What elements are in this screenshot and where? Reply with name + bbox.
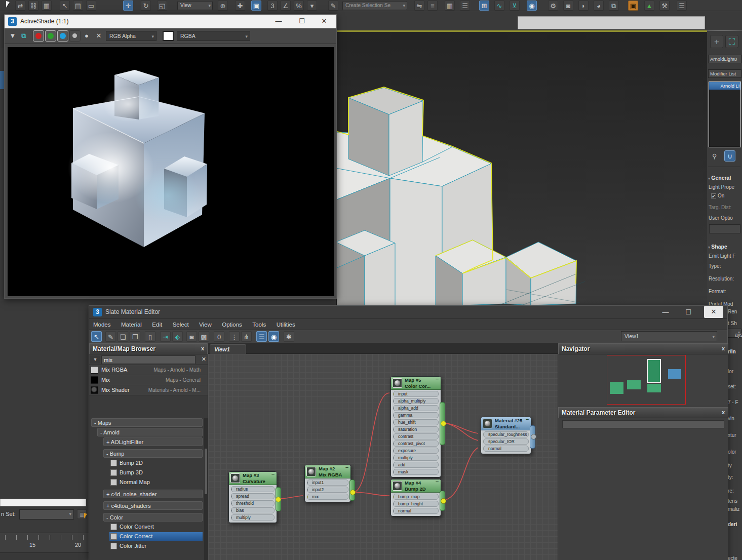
port-bias[interactable]: bias — [231, 507, 275, 513]
port-saturation[interactable]: saturation — [393, 426, 439, 432]
bind-spacewarp-icon[interactable]: ▦ — [42, 1, 52, 11]
port-multiply[interactable]: multiply — [231, 514, 275, 521]
rendered-frame-window-icon[interactable]: ◙ — [563, 1, 573, 11]
input-socket[interactable] — [393, 509, 394, 513]
port-input1[interactable]: input1 — [307, 479, 348, 486]
close-icon[interactable]: x — [722, 345, 725, 351]
select-object-icon[interactable]: ↖ — [60, 1, 70, 11]
menu-tools[interactable]: Tools — [252, 319, 266, 330]
navigator-view-rect[interactable] — [607, 355, 686, 405]
rotate-icon[interactable]: ↻ — [141, 1, 151, 11]
tree-group-arnold[interactable]: - Arnold — [97, 428, 203, 436]
hide-unused-slots-icon[interactable]: ⬖ — [172, 331, 183, 342]
node-header[interactable]: Material #25 Standard... – — [481, 417, 531, 430]
port-multiply[interactable]: multiply — [393, 455, 439, 461]
mirror-icon[interactable]: ⇋ — [414, 1, 424, 11]
menu-modes[interactable]: Modes — [93, 319, 111, 330]
channel-display-dropdown[interactable]: RGB Alpha — [106, 31, 157, 41]
tree-group-bump[interactable]: - Bump — [103, 449, 203, 458]
render-preview-icon[interactable]: ✱ — [284, 331, 294, 342]
port-alpha-multiply[interactable]: alpha_multiply — [393, 398, 439, 404]
reference-coordinate-dropdown[interactable]: View — [177, 1, 213, 10]
input-socket[interactable] — [307, 481, 308, 485]
navigator-body[interactable] — [558, 354, 728, 405]
render-iterative-icon[interactable]: ◕ — [594, 1, 604, 11]
rgba-dropdown[interactable]: RGBA — [177, 31, 250, 41]
node-map3-curvature[interactable]: Map #3 Curvature – radius spread thresho… — [228, 471, 277, 523]
user-options-input[interactable] — [709, 224, 740, 233]
scrollbar-thumb[interactable] — [205, 449, 207, 494]
viewport-perspective[interactable] — [336, 30, 707, 305]
ab-render-icon[interactable]: ⧉ — [609, 1, 619, 11]
tree-item-color-correct-selected[interactable]: Color Correct — [109, 532, 203, 541]
menu-utilities[interactable]: Utilities — [277, 319, 295, 330]
node-map2-mixrgba[interactable]: Map #2 Mix RGBA – input1 input2 mix — [304, 465, 351, 502]
minimize-button[interactable]: — — [267, 15, 290, 28]
select-link-icon[interactable]: ⇄ — [15, 1, 25, 11]
render-setup-icon[interactable]: ⚙ — [548, 1, 558, 11]
input-socket[interactable] — [393, 463, 394, 467]
material-by-object-icon[interactable]: ☰ — [256, 331, 267, 342]
close-icon[interactable]: x — [722, 409, 725, 415]
input-socket[interactable] — [393, 420, 394, 425]
node-map5-colorcorrect[interactable]: Map #5 Color Cor... – input alpha_multip… — [390, 376, 441, 477]
close-button[interactable]: ✕ — [704, 306, 723, 318]
slate-titlebar[interactable]: 3 Slate Material Editor — ☐ ✕ — [89, 306, 727, 319]
input-socket[interactable] — [307, 488, 308, 492]
node-header[interactable]: Map #3 Curvature – — [229, 472, 277, 485]
browser-titlebar[interactable]: Material/Map Browser x — [89, 343, 208, 354]
red-channel-toggle[interactable] — [33, 30, 44, 42]
move-icon[interactable]: ✛ — [123, 1, 133, 11]
tree-item-normalmap[interactable]: Normal Map — [109, 478, 205, 487]
node-map4-bump2d[interactable]: Map #4 Bump 2D – bump_map bump_height no… — [390, 479, 441, 516]
save-image-icon[interactable]: ▼ — [8, 31, 18, 41]
show-end-result-icon[interactable]: ∪ — [724, 150, 735, 162]
edit-named-selection-icon[interactable]: ✎ — [328, 1, 338, 11]
search-result-row[interactable]: Mix Shader Materials - Arnold - M... — [89, 385, 208, 395]
node-canvas[interactable]: Map #3 Curvature – radius spread thresho… — [208, 354, 558, 560]
view-selector-dropdown[interactable]: View1 — [621, 331, 717, 341]
menu-view[interactable]: View — [199, 319, 212, 330]
output-socket[interactable] — [441, 421, 446, 426]
collapse-icon[interactable]: – — [526, 416, 529, 422]
rollout-shape[interactable]: Shape — [708, 244, 727, 250]
put-to-library-icon[interactable]: ❐ — [130, 331, 140, 342]
input-socket[interactable] — [393, 442, 394, 446]
minimize-button[interactable]: — — [654, 306, 677, 319]
search-options-icon[interactable]: ▼ — [90, 355, 100, 364]
background-color-swatch[interactable] — [163, 31, 174, 41]
vertical-align-icon[interactable]: ⋮ — [229, 331, 240, 342]
search-input[interactable] — [101, 355, 196, 364]
input-socket-connected[interactable] — [483, 447, 484, 451]
input-socket[interactable] — [393, 502, 394, 506]
schematic-view-icon[interactable]: ⊻ — [510, 1, 520, 11]
param-editor-titlebar[interactable]: Material Parameter Editor x — [558, 407, 728, 418]
selection-set-dropdown[interactable] — [19, 509, 74, 519]
tree-item-color-jitter[interactable]: Color Jitter — [109, 542, 205, 550]
close-icon[interactable]: x — [201, 345, 204, 351]
monochrome-toggle[interactable]: ● — [82, 31, 92, 41]
port-threshold[interactable]: threshold — [231, 500, 275, 506]
mtl-id-channel-icon[interactable]: 0 — [214, 331, 224, 342]
menu-select[interactable]: Select — [173, 319, 189, 330]
port-bump-map[interactable]: bump_map — [393, 494, 439, 500]
collapse-icon[interactable]: – — [345, 464, 348, 470]
browser-scrollbar[interactable] — [204, 418, 208, 560]
port-normal[interactable]: normal — [483, 446, 529, 452]
timeline-ruler[interactable]: 15 20 — [0, 533, 89, 553]
assign-material-icon[interactable]: ❏ — [118, 331, 128, 342]
port-add[interactable]: add — [393, 462, 439, 468]
tree-group-aolightfilter[interactable]: + AOLightFilter — [103, 437, 203, 446]
input-socket[interactable] — [393, 413, 394, 418]
rollout-general[interactable]: General — [708, 175, 731, 181]
activeshade-titlebar[interactable]: 3 ActiveShade (1:1) — ☐ ✕ — [5, 15, 336, 28]
green-channel-toggle[interactable] — [45, 30, 56, 42]
close-button[interactable]: ✕ — [313, 15, 335, 28]
search-result-row[interactable]: Mix Maps - General — [89, 375, 208, 385]
modifier-list-dropdown[interactable]: Modifier List — [708, 69, 741, 78]
collapse-icon[interactable]: – — [436, 478, 439, 485]
wrench-icon[interactable]: ⚒ — [659, 1, 670, 11]
input-socket[interactable] — [393, 434, 394, 439]
environment-icon[interactable]: ▲ — [644, 1, 654, 11]
tree-group-c4dtoa[interactable]: + c4dtoa_shaders — [103, 501, 203, 510]
